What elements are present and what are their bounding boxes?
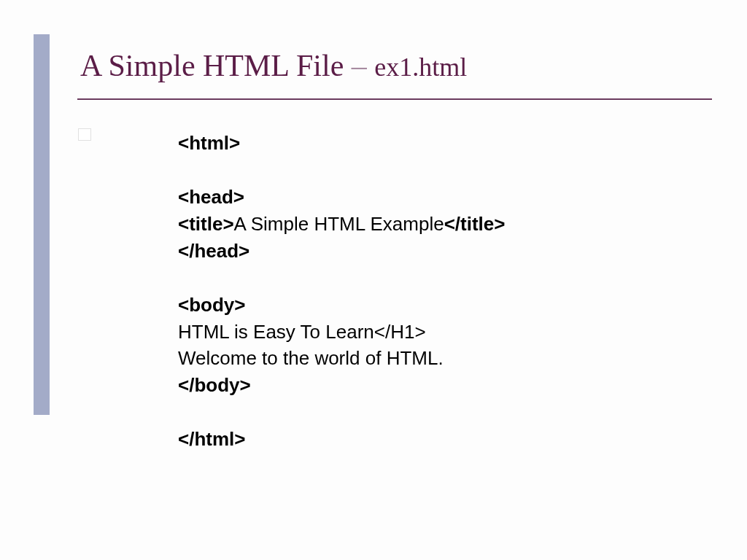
code-line: HTML is Easy To Learn</H1> xyxy=(178,319,505,346)
code-line: <html> xyxy=(178,130,505,157)
title-underline xyxy=(77,98,712,100)
code-blank-line xyxy=(178,157,505,184)
code-line: <head> xyxy=(178,184,505,211)
code-line: <body> xyxy=(178,292,505,319)
left-accent-bar xyxy=(34,34,50,415)
slide: A Simple HTML File – ex1.html <html> <he… xyxy=(0,0,747,560)
slide-title: A Simple HTML File – ex1.html xyxy=(80,48,467,83)
title-main: A Simple HTML File xyxy=(80,49,352,82)
code-blank-line xyxy=(178,265,505,292)
code-line: </body> xyxy=(178,372,505,399)
code-line: </html> xyxy=(178,426,505,453)
code-block: <html> <head> <title>A Simple HTML Examp… xyxy=(178,130,505,453)
code-line: Welcome to the world of HTML. xyxy=(178,345,505,372)
placeholder-box xyxy=(78,128,91,141)
code-blank-line xyxy=(178,399,505,426)
title-sub: ex1.html xyxy=(374,52,467,82)
code-line: <title>A Simple HTML Example</title> xyxy=(178,211,505,238)
code-line: </head> xyxy=(178,238,505,265)
title-dash: – xyxy=(352,49,375,82)
